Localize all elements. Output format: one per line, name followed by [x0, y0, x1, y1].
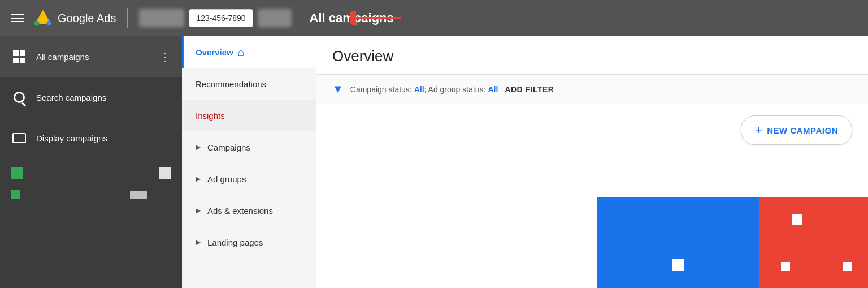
account-blur-2 [258, 9, 292, 27]
display-campaigns-label: Display campaigns [36, 134, 171, 143]
account-number[interactable]: 123-456-7890 [189, 9, 253, 27]
landing-pages-label: Landing pages [207, 238, 263, 247]
google-ads-icon [33, 8, 53, 28]
sidebar-item-display-campaigns[interactable]: Display campaigns [0, 118, 182, 158]
plus-icon: + [755, 123, 762, 137]
content-body: + NEW CAMPAIGN [316, 104, 868, 288]
home-icon: ⌂ [238, 46, 245, 59]
sidebar: All campaigns ⋮ Search campaigns Display… [0, 36, 182, 288]
nav-item-ad-groups[interactable]: ▶ Ad groups [182, 163, 316, 195]
ad-groups-arrow-icon: ▶ [196, 175, 201, 183]
content-title: Overview [332, 48, 852, 65]
white-indicator-1 [159, 167, 171, 179]
sidebar-item-search-campaigns[interactable]: Search campaigns [0, 77, 182, 118]
nav-item-campaigns[interactable]: ▶ Campaigns [182, 131, 316, 163]
sidebar-row-1 [11, 167, 171, 179]
display-icon [11, 130, 27, 146]
svg-point-4 [46, 21, 51, 26]
more-options-icon[interactable]: ⋮ [159, 50, 171, 63]
nav-panel: Overview ⌂ Recommendations Insights ▶ Ca… [182, 36, 316, 288]
red-arrow-annotation [350, 6, 407, 31]
chart-bar-red [760, 197, 868, 288]
overview-label: Overview [196, 48, 233, 57]
content-header: Overview [316, 36, 868, 75]
chart-bar-blue [597, 197, 760, 288]
search-icon [11, 89, 27, 105]
green-indicator-2 [11, 190, 20, 199]
gray-indicator [130, 191, 147, 199]
new-campaign-button[interactable]: + NEW CAMPAIGN [741, 115, 852, 145]
account-selector[interactable]: 123-456-7890 [139, 9, 291, 27]
top-bar: Google Ads 123-456-7890 All campaigns [0, 0, 868, 36]
sidebar-row-2 [11, 190, 171, 199]
chart-white-square-red-2 [781, 262, 790, 271]
svg-point-3 [34, 21, 40, 26]
app-name: Google Ads [58, 12, 116, 25]
nav-item-recommendations[interactable]: Recommendations [182, 68, 316, 100]
nav-item-ads-extensions[interactable]: ▶ Ads & extensions [182, 195, 316, 226]
ads-extensions-label: Ads & extensions [207, 206, 273, 216]
chart-area [597, 197, 868, 288]
account-blur-1 [139, 9, 184, 27]
chart-white-square-red-1 [792, 214, 802, 225]
header-divider [127, 8, 128, 28]
insights-label: Insights [196, 111, 225, 121]
main-layout: All campaigns ⋮ Search campaigns Display… [0, 36, 868, 288]
campaign-status-label: Campaign status: [350, 85, 412, 94]
nav-item-insights[interactable]: Insights [182, 100, 316, 131]
ad-group-value: All [488, 85, 498, 94]
ads-extensions-arrow-icon: ▶ [196, 207, 201, 214]
filter-bar: ▼ Campaign status: All; Ad group status:… [316, 75, 868, 104]
nav-item-landing-pages[interactable]: ▶ Landing pages [182, 226, 316, 258]
campaigns-arrow-icon: ▶ [196, 143, 201, 151]
ad-group-label: Ad group status: [428, 85, 486, 94]
sidebar-bottom [0, 158, 182, 288]
ad-groups-label: Ad groups [207, 174, 246, 184]
filter-icon: ▼ [332, 83, 344, 96]
nav-item-overview[interactable]: Overview ⌂ [182, 36, 316, 68]
green-indicator-1 [11, 167, 23, 179]
grid-icon [11, 49, 27, 65]
hamburger-menu[interactable] [9, 12, 26, 24]
filter-text: Campaign status: All; Ad group status: A… [350, 85, 498, 94]
recommendations-label: Recommendations [196, 79, 266, 89]
chart-white-square-blue [672, 259, 684, 271]
main-content: Overview ▼ Campaign status: All; Ad grou… [316, 36, 868, 288]
chart-white-square-red-3 [843, 262, 852, 271]
google-ads-logo: Google Ads [33, 8, 116, 28]
campaigns-label: Campaigns [207, 143, 250, 152]
campaign-status-value: All [414, 85, 424, 94]
search-campaigns-label: Search campaigns [36, 93, 171, 102]
sidebar-item-all-campaigns[interactable]: All campaigns ⋮ [0, 36, 182, 77]
new-campaign-label: NEW CAMPAIGN [767, 126, 838, 135]
all-campaigns-label: All campaigns [36, 52, 150, 62]
add-filter-button[interactable]: ADD FILTER [505, 85, 554, 94]
landing-pages-arrow-icon: ▶ [196, 238, 201, 246]
